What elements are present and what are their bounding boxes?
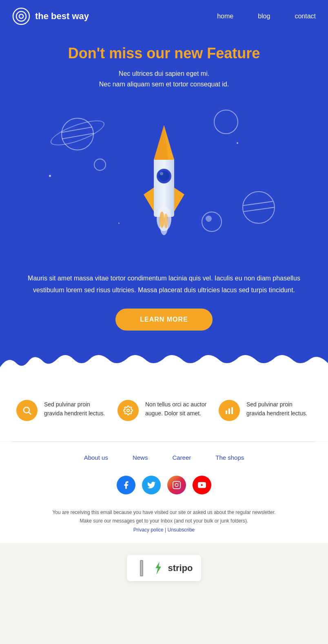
star-dot-1	[49, 175, 51, 177]
svg-point-0	[13, 8, 29, 24]
svg-line-14	[29, 412, 31, 415]
footer-note: You are receiving this email because you…	[0, 504, 328, 543]
twitter-button[interactable]	[142, 476, 161, 494]
planet-striped	[242, 191, 275, 224]
svg-point-8	[160, 172, 163, 175]
svg-point-20	[175, 483, 178, 486]
privacy-link[interactable]: Privacy police	[133, 527, 164, 533]
footer-note-line2: Make sure our messages get to your Inbox…	[16, 517, 312, 526]
facebook-button[interactable]	[117, 476, 135, 494]
hero-subtitle: Nec ultrices dui sapien eget mi. Nec nam…	[24, 68, 304, 89]
feature-gear-icon	[117, 400, 139, 421]
feature-item-3: Sed pulvinar proin gravida hendrerit lec…	[219, 400, 312, 421]
svg-point-13	[24, 407, 29, 413]
svg-marker-25	[155, 562, 161, 575]
hero-subtitle-line1: Nec ultrices dui sapien eget mi.	[119, 70, 209, 77]
learn-more-button[interactable]: LEARN MORE	[115, 309, 213, 331]
svg-point-7	[159, 171, 169, 181]
nav-blog[interactable]: blog	[258, 13, 270, 20]
stripo-logo-icon	[135, 560, 148, 576]
footer-links: About us News Career The shops	[0, 442, 328, 469]
hero-section: Don't miss our new Feature Nec ultrices …	[0, 33, 328, 347]
footer-about[interactable]: About us	[84, 454, 108, 461]
nav-contact[interactable]: contact	[295, 13, 316, 20]
footer-shops[interactable]: The shops	[215, 454, 244, 461]
planet-moon	[94, 159, 106, 171]
feature-text-2: Non tellus orci ac auctor augue. Dolor s…	[145, 400, 211, 418]
hero-image-area	[24, 101, 304, 265]
cloud-divider	[0, 347, 328, 379]
youtube-button[interactable]	[193, 476, 211, 494]
feature-text-3: Sed pulvinar proin gravida hendrerit lec…	[246, 400, 312, 418]
brand-logo[interactable]: the best way	[12, 7, 217, 25]
stripo-badge: stripo	[127, 555, 201, 581]
footer-news[interactable]: News	[133, 454, 148, 461]
svg-point-11	[160, 212, 164, 228]
logo-icon	[12, 7, 30, 25]
features-section: Sed pulvinar proin gravida hendrerit lec…	[0, 379, 328, 441]
svg-rect-17	[228, 408, 230, 414]
svg-rect-19	[173, 481, 180, 489]
feature-search-icon	[16, 400, 38, 421]
stripo-label: stripo	[168, 563, 193, 573]
footer-legal-links: Privacy police | Unsubscribe	[16, 526, 312, 535]
svg-point-1	[16, 11, 26, 21]
link-separator: |	[165, 527, 166, 533]
svg-rect-16	[226, 410, 227, 414]
feature-text-1: Sed pulvinar proin gravida hendrerit lec…	[44, 400, 109, 418]
stripo-lightning-icon	[152, 562, 164, 575]
navbar: the best way home blog contact	[0, 0, 328, 33]
svg-rect-18	[231, 407, 233, 414]
feature-item-2: Non tellus orci ac auctor augue. Dolor s…	[117, 400, 211, 421]
footer-career[interactable]: Career	[172, 454, 191, 461]
svg-point-15	[127, 409, 129, 412]
feature-chart-icon	[219, 400, 240, 421]
planet-circle	[214, 110, 238, 134]
hero-title: Don't miss our new Feature	[24, 45, 304, 62]
hero-subtitle-line2: Nec nam aliquam sem et tortor consequat …	[99, 81, 229, 88]
footer-note-line1: You are receiving this email because you…	[16, 508, 312, 517]
svg-rect-24	[141, 561, 142, 576]
stripo-branding: stripo	[0, 543, 328, 598]
nav-home[interactable]: home	[217, 13, 233, 20]
nav-links: home blog contact	[217, 13, 316, 20]
svg-point-12	[164, 214, 168, 228]
brand-name: the best way	[35, 11, 89, 22]
social-row	[0, 469, 328, 504]
star-dot-2	[237, 142, 238, 144]
hero-body-text: Mauris sit amet massa vitae tortor condi…	[24, 273, 304, 296]
unsubscribe-link[interactable]: Unsubscribe	[168, 527, 195, 533]
rocket-illustration	[135, 121, 193, 245]
svg-point-2	[19, 14, 23, 18]
svg-point-21	[178, 483, 179, 483]
planet-crater	[202, 212, 222, 232]
star-dot-3	[118, 223, 120, 224]
instagram-button[interactable]	[167, 476, 186, 494]
feature-item-1: Sed pulvinar proin gravida hendrerit lec…	[16, 400, 109, 421]
